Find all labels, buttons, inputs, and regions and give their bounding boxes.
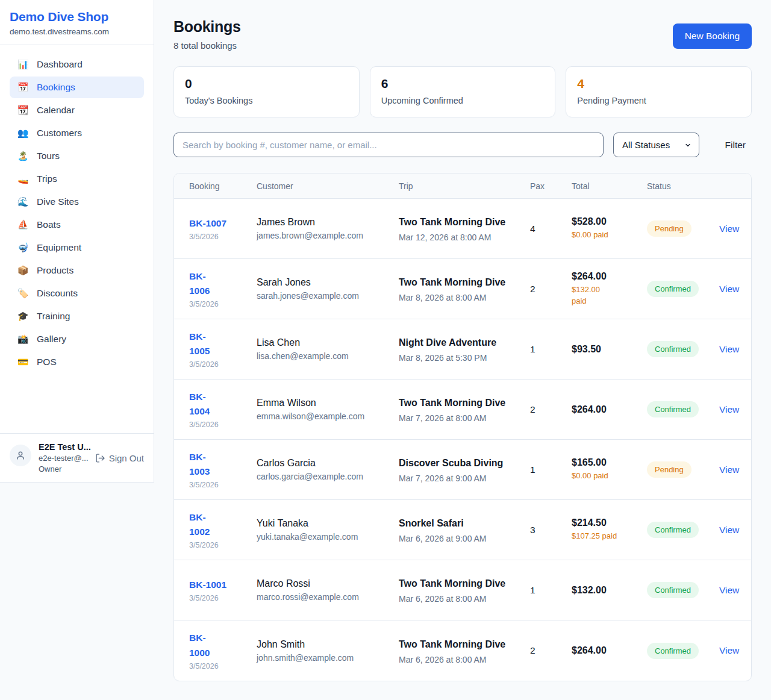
trip-name: Two Tank Morning Dive [399, 396, 530, 410]
main-content: Bookings 8 total bookings New Booking 0 … [154, 0, 771, 699]
sidebar-item-bookings[interactable]: 📅 Bookings [10, 77, 144, 98]
stat-card-pending-payment: 4 Pending Payment [566, 66, 752, 117]
customer-email: emma.wilson@example.com [257, 411, 399, 421]
col-header-status: Status [647, 181, 719, 191]
booking-id-link[interactable]: BK- 1005 [189, 330, 210, 358]
sidebar-item-dive-sites[interactable]: 🌊 Dive Sites [10, 191, 144, 213]
user-box: E2E Test U... e2e-tester@... Owner Sign … [0, 433, 154, 482]
booking-id-link[interactable]: BK- 1002 [189, 510, 210, 539]
pax-count: 3 [530, 525, 572, 536]
sidebar-item-label: Products [37, 265, 73, 276]
booking-id-link[interactable]: BK- 1004 [189, 390, 210, 419]
sidebar-item-customers[interactable]: 👥 Customers [10, 122, 144, 144]
sidebar-item-discounts[interactable]: 🏷️ Discounts [10, 283, 144, 304]
customer-name: Lisa Chen [257, 337, 399, 348]
sidebar-item-tours[interactable]: 🏝️ Tours [10, 145, 144, 167]
sign-out-button[interactable]: Sign Out [95, 453, 144, 463]
status-badge: Confirmed [647, 341, 699, 357]
user-email: e2e-tester@... [39, 454, 88, 463]
status-badge: Confirmed [647, 401, 699, 417]
table-row: BK-1007 3/5/2026 James Brown james.brown… [174, 199, 751, 259]
filter-button[interactable]: Filter [719, 135, 752, 155]
brand-block: Demo Dive Shop demo.test.divestreams.com [0, 0, 154, 45]
sidebar-item-label: POS [37, 357, 57, 367]
col-header-booking: Booking [189, 181, 257, 191]
status-filter-select[interactable]: All Statuses [613, 133, 699, 157]
total-amount: $165.00 [572, 457, 647, 468]
view-link[interactable]: View [719, 645, 739, 655]
user-name: E2E Test U... [39, 442, 88, 452]
new-booking-button[interactable]: New Booking [673, 23, 752, 49]
view-link[interactable]: View [719, 344, 739, 354]
status-badge: Confirmed [647, 522, 699, 538]
chevron-down-icon [684, 142, 691, 149]
trip-time: Mar 6, 2026 at 8:00 AM [399, 655, 530, 664]
booking-date: 3/5/2026 [189, 594, 251, 602]
paid-amount: $0.00 paid [572, 470, 647, 482]
sidebar-item-trips[interactable]: 🚤 Trips [10, 168, 144, 190]
user-meta: E2E Test U... e2e-tester@... Owner [39, 442, 88, 473]
people-icon: 👥 [17, 128, 29, 139]
paid-amount: $107.25 paid [572, 531, 647, 542]
status-badge: Pending [647, 461, 691, 478]
trip-name: Two Tank Morning Dive [399, 577, 530, 591]
stat-value: 0 [185, 77, 348, 91]
tear-off-calendar-icon: 📆 [17, 105, 29, 116]
logout-icon [95, 453, 105, 463]
sidebar-item-dashboard[interactable]: 📊 Dashboard [10, 54, 144, 75]
booking-id-link[interactable]: BK- 1006 [189, 269, 210, 298]
trip-time: Mar 6, 2026 at 8:00 AM [399, 594, 530, 604]
stats-row: 0 Today's Bookings 6 Upcoming Confirmed … [173, 66, 752, 117]
search-input[interactable] [173, 133, 604, 157]
brand-name: Demo Dive Shop [10, 10, 144, 24]
sidebar-item-products[interactable]: 📦 Products [10, 260, 144, 281]
sidebar-item-training[interactable]: 🎓 Training [10, 305, 144, 327]
pax-count: 1 [530, 585, 572, 596]
page-title: Bookings [173, 18, 241, 36]
customer-email: john.smith@example.com [257, 653, 399, 663]
sidebar-item-label: Training [37, 311, 70, 322]
customer-email: yuki.tanaka@example.com [257, 532, 399, 542]
sidebar-item-equipment[interactable]: 🤿 Equipment [10, 237, 144, 258]
view-link[interactable]: View [719, 585, 739, 595]
pax-count: 1 [530, 464, 572, 475]
booking-id-link[interactable]: BK- 1000 [189, 631, 210, 660]
view-link[interactable]: View [719, 404, 739, 414]
booking-id-link[interactable]: BK- 1003 [189, 450, 210, 479]
status-badge: Confirmed [647, 281, 699, 297]
customer-name: Emma Wilson [257, 398, 399, 408]
speedboat-icon: 🚤 [17, 173, 29, 184]
booking-id-link[interactable]: BK-1001 [189, 578, 226, 592]
view-link[interactable]: View [719, 284, 739, 294]
sidebar-item-label: Bookings [37, 82, 75, 93]
customer-name: Yuki Tanaka [257, 518, 399, 529]
sidebar-item-pos[interactable]: 💳 POS [10, 351, 144, 373]
customer-email: lisa.chen@example.com [257, 351, 399, 361]
pax-count: 2 [530, 645, 572, 656]
bookings-table: Booking Customer Trip Pax Total Status B… [173, 173, 752, 681]
sidebar-item-calendar[interactable]: 📆 Calendar [10, 99, 144, 121]
booking-date: 3/5/2026 [189, 300, 251, 308]
sidebar-item-gallery[interactable]: 📸 Gallery [10, 328, 144, 350]
booking-id-link[interactable]: BK-1007 [189, 216, 226, 231]
total-amount: $528.00 [572, 216, 647, 227]
total-amount: $264.00 [572, 404, 647, 415]
customer-name: John Smith [257, 639, 399, 650]
booking-date: 3/5/2026 [189, 233, 251, 241]
user-role: Owner [39, 464, 88, 473]
view-link[interactable]: View [719, 223, 739, 234]
customer-email: sarah.jones@example.com [257, 291, 399, 301]
view-link[interactable]: View [719, 464, 739, 475]
booking-date: 3/5/2026 [189, 481, 251, 489]
sidebar-item-label: Discounts [37, 288, 78, 299]
total-amount: $264.00 [572, 645, 647, 656]
brand-domain: demo.test.divestreams.com [10, 27, 144, 36]
sidebar-item-label: Dashboard [37, 59, 83, 70]
total-amount: $93.50 [572, 344, 647, 355]
sailboat-icon: ⛵ [17, 219, 29, 230]
sidebar-item-label: Boats [37, 219, 61, 230]
view-link[interactable]: View [719, 525, 739, 535]
paid-amount: $132.00 paid [572, 284, 647, 307]
sidebar-item-boats[interactable]: ⛵ Boats [10, 214, 144, 236]
stat-card-todays-bookings: 0 Today's Bookings [173, 66, 360, 117]
